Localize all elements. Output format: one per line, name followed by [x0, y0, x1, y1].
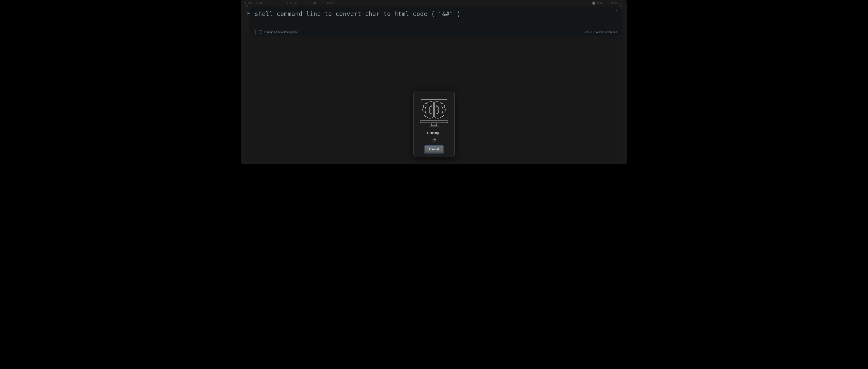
status-time: 19:10:13 — [609, 2, 623, 5]
help-icon[interactable]: ? — [254, 30, 257, 34]
command-panel: × shell command line to convert char to … — [251, 7, 621, 36]
spinner-icon — [432, 138, 436, 142]
chip-icon — [259, 31, 262, 33]
svg-point-4 — [429, 109, 430, 111]
mem-usage: 28 GB — [258, 2, 267, 5]
thinking-label: Thinking... — [427, 131, 441, 134]
svg-point-5 — [438, 109, 439, 111]
panel-close-icon[interactable]: × — [615, 9, 618, 12]
net-up: 5.0 kB — [305, 2, 316, 5]
brain-computer-icon — [419, 99, 449, 127]
ai-mode-label[interactable]: Engage Artificial Intelligence — [264, 31, 298, 33]
thinking-modal: Thinking... Cancel — [413, 91, 455, 157]
shell-name: bash — [327, 2, 334, 5]
net-down: 1.0 kB — [286, 2, 297, 5]
prompt-caret-icon: ▶ — [248, 11, 250, 15]
cancel-button[interactable]: Cancel — [425, 146, 443, 153]
window-close-icon[interactable]: × — [246, 4, 249, 8]
status-date: 1/07 — [597, 2, 604, 5]
send-hint: Press ⇧↩ to send command. — [583, 31, 618, 33]
command-input[interactable]: shell command line to convert char to ht… — [251, 7, 621, 29]
status-bar: ▣10% ▤28 GB ─────── ⇅1.0 kB↓ 5.0 kB↑ ⌂ b… — [245, 0, 623, 6]
